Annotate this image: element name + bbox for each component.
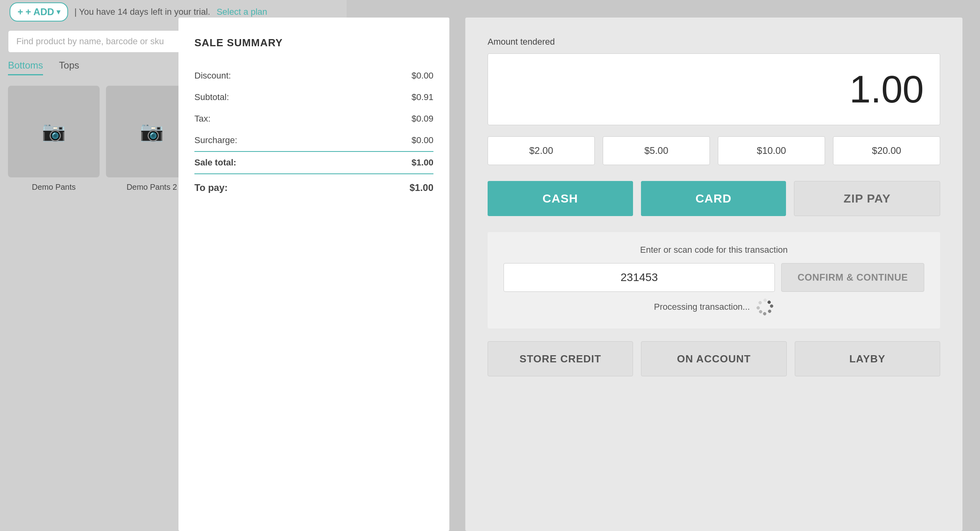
quick-amount-1[interactable]: $5.00 — [603, 136, 710, 165]
summary-row-tax: Tax: $0.09 — [194, 108, 433, 130]
quick-amount-3[interactable]: $20.00 — [833, 136, 940, 165]
quick-amount-2[interactable]: $10.00 — [718, 136, 825, 165]
tab-tops[interactable]: Tops — [59, 60, 79, 75]
summary-row-surcharge: Surcharge: $0.00 — [194, 130, 433, 151]
spinner-icon — [753, 295, 776, 319]
svg-point-2 — [760, 311, 765, 315]
summary-row-subtotal: Subtotal: $0.91 — [194, 87, 433, 108]
subtotal-label: Subtotal: — [194, 92, 229, 102]
svg-point-1 — [766, 311, 770, 315]
confirm-continue-button[interactable]: CONFIRM & CONTINUE — [781, 263, 924, 292]
add-label: + ADD — [25, 6, 54, 18]
zip-pay-button[interactable]: ZIP PAY — [794, 181, 940, 216]
tabs-row: Bottoms Tops — [8, 60, 79, 75]
svg-point-5 — [760, 299, 764, 303]
total-value: $1.00 — [412, 157, 433, 168]
svg-point-7 — [770, 303, 774, 307]
surcharge-label: Surcharge: — [194, 135, 237, 146]
payment-panel: Amount tendered 1.00 $2.00 $5.00 $10.00 … — [465, 18, 962, 531]
total-label: Sale total: — [194, 157, 236, 168]
discount-value: $0.00 — [412, 71, 433, 81]
svg-point-3 — [757, 307, 761, 311]
summary-row-total: Sale total: $1.00 — [194, 151, 433, 173]
trial-message: | You have 14 days left in your trial. — [74, 7, 210, 17]
quick-amount-0[interactable]: $2.00 — [488, 136, 595, 165]
summary-row-topay: To pay: $1.00 — [194, 173, 433, 199]
processing-text: Processing transaction... — [654, 302, 750, 312]
svg-point-6 — [766, 299, 770, 303]
amount-value: 1.00 — [849, 67, 924, 111]
add-button[interactable]: + + ADD ▾ — [10, 2, 68, 22]
processing-row: Processing transaction... — [504, 298, 924, 316]
subtotal-value: $0.91 — [412, 92, 433, 102]
store-credit-button[interactable]: STORE CREDIT — [488, 341, 633, 376]
scan-input-row: CONFIRM & CONTINUE — [504, 263, 924, 292]
scan-label: Enter or scan code for this transaction — [504, 245, 924, 255]
quick-amounts: $2.00 $5.00 $10.00 $20.00 — [488, 136, 940, 165]
amount-display: 1.00 — [488, 53, 940, 125]
topay-value: $1.00 — [410, 182, 433, 193]
dropdown-icon: ▾ — [57, 8, 60, 16]
secondary-buttons: STORE CREDIT ON ACCOUNT LAYBY — [488, 341, 940, 376]
summary-row-discount: Discount: $0.00 — [194, 65, 433, 87]
camera-icon-1: 📷 — [140, 120, 164, 143]
payment-methods: CASH CARD ZIP PAY — [488, 181, 940, 216]
search-placeholder: Find product by name, barcode or sku — [16, 36, 164, 47]
product-card-0: 📷 — [8, 86, 100, 177]
svg-point-4 — [757, 302, 762, 307]
tax-value: $0.09 — [412, 114, 433, 124]
topay-label: To pay: — [194, 182, 228, 193]
layby-button[interactable]: LAYBY — [795, 341, 940, 376]
discount-label: Discount: — [194, 71, 231, 81]
camera-icon-0: 📷 — [42, 120, 66, 143]
amount-tendered-label: Amount tendered — [488, 37, 940, 47]
sale-summary-panel: SALE SUMMARY Discount: $0.00 Subtotal: $… — [178, 18, 449, 531]
card-button[interactable]: CARD — [641, 181, 786, 216]
select-plan-link[interactable]: Select a plan — [217, 7, 267, 17]
on-account-button[interactable]: ON ACCOUNT — [641, 341, 786, 376]
tab-bottoms[interactable]: Bottoms — [8, 60, 43, 75]
scan-input[interactable] — [504, 263, 775, 292]
product-label-0: Demo Pants — [8, 183, 100, 192]
svg-point-0 — [769, 307, 773, 312]
cash-button[interactable]: CASH — [488, 181, 633, 216]
scan-section: Enter or scan code for this transaction … — [488, 232, 940, 328]
product-grid: 📷 Demo Pants 📷 Demo Pants 2 — [8, 86, 198, 177]
sale-summary-title: SALE SUMMARY — [194, 37, 433, 49]
surcharge-value: $0.00 — [412, 135, 433, 146]
product-item-0[interactable]: 📷 Demo Pants — [8, 86, 100, 177]
add-icon: + — [18, 6, 23, 18]
tax-label: Tax: — [194, 114, 210, 124]
